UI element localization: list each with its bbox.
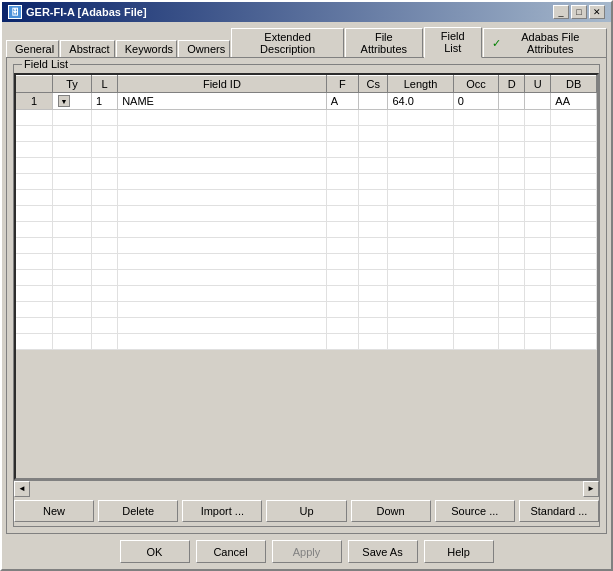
group-label: Field List [22, 58, 70, 70]
col-header-u: U [525, 76, 551, 93]
table-row-empty [16, 190, 597, 206]
col-header-fieldid: Field ID [118, 76, 327, 93]
table-row-empty [16, 142, 597, 158]
col-header-type: Ty [52, 76, 91, 93]
source-button[interactable]: Source ... [435, 500, 515, 522]
table-row-empty [16, 174, 597, 190]
cell-type[interactable]: ▼ [52, 93, 91, 110]
cell-u [525, 93, 551, 110]
cell-rownum: 1 [16, 93, 52, 110]
cancel-button[interactable]: Cancel [196, 540, 266, 563]
close-button[interactable]: ✕ [589, 5, 605, 19]
table-scroll-area[interactable]: Ty L Field ID F Cs Length Occ D U [16, 75, 597, 478]
scroll-track [30, 481, 583, 496]
new-button[interactable]: New [14, 500, 94, 522]
cell-d [499, 93, 525, 110]
cell-length: 64.0 [388, 93, 453, 110]
col-header-f: F [326, 76, 359, 93]
title-bar: 🗄 GER-FI-A [Adabas File] _ □ ✕ [2, 2, 611, 22]
col-header-db: DB [551, 76, 597, 93]
adabas-tab-label: Adabas File Attributes [503, 31, 598, 55]
tab-owners[interactable]: Owners [178, 40, 230, 58]
table-row-empty [16, 318, 597, 334]
cell-f: A [326, 93, 359, 110]
col-header-length: Length [388, 76, 453, 93]
col-header-level: L [92, 76, 118, 93]
up-button[interactable]: Up [266, 500, 346, 522]
table-row-empty [16, 254, 597, 270]
tab-keywords[interactable]: Keywords [116, 40, 178, 58]
type-dropdown[interactable]: ▼ [58, 95, 70, 107]
tab-abstract[interactable]: Abstract [60, 40, 114, 58]
tab-file-attributes[interactable]: File Attributes [345, 28, 423, 58]
title-bar-left: 🗄 GER-FI-A [Adabas File] [8, 5, 147, 19]
app-icon: 🗄 [8, 5, 22, 19]
tab-bar: General Abstract Keywords Owners Extende… [6, 26, 607, 57]
cell-fieldid: NAME [118, 93, 327, 110]
import-button[interactable]: Import ... [182, 500, 262, 522]
tab-extended-description[interactable]: Extended Description [231, 28, 343, 58]
help-button[interactable]: Help [424, 540, 494, 563]
main-window: 🗄 GER-FI-A [Adabas File] _ □ ✕ General A… [0, 0, 613, 571]
save-as-button[interactable]: Save As [348, 540, 418, 563]
table-row-empty [16, 158, 597, 174]
table-row-empty [16, 206, 597, 222]
scroll-right-button[interactable]: ► [583, 481, 599, 497]
tab-content: Field List Ty L Field ID [6, 57, 607, 534]
horizontal-scrollbar[interactable]: ◄ ► [14, 480, 599, 496]
table-row[interactable]: 1 ▼ 1 NAME [16, 93, 597, 110]
tab-adabas-file-attributes[interactable]: ✓ Adabas File Attributes [483, 28, 607, 58]
table-row-empty [16, 270, 597, 286]
ok-button[interactable]: OK [120, 540, 190, 563]
scroll-left-button[interactable]: ◄ [14, 481, 30, 497]
cell-occ: 0 [453, 93, 499, 110]
table-row-empty [16, 238, 597, 254]
title-controls: _ □ ✕ [553, 5, 605, 19]
table-row-empty [16, 302, 597, 318]
adabas-tab-check: ✓ [492, 37, 501, 50]
field-list-table-wrapper: Ty L Field ID F Cs Length Occ D U [14, 73, 599, 480]
cell-cs [359, 93, 388, 110]
col-header-cs: Cs [359, 76, 388, 93]
tab-field-list[interactable]: Field List [424, 27, 482, 58]
window-title: GER-FI-A [Adabas File] [26, 6, 147, 18]
action-buttons: New Delete Import ... Up Down Source ...… [14, 496, 599, 526]
col-header-d: D [499, 76, 525, 93]
table-row-empty [16, 334, 597, 350]
table-row-empty [16, 222, 597, 238]
table-row-empty [16, 126, 597, 142]
minimize-button[interactable]: _ [553, 5, 569, 19]
table-row-empty [16, 110, 597, 126]
tab-general[interactable]: General [6, 40, 59, 58]
table-row-empty [16, 286, 597, 302]
col-header-occ: Occ [453, 76, 499, 93]
cell-level: 1 [92, 93, 118, 110]
cell-db: AA [551, 93, 597, 110]
bottom-button-bar: OK Cancel Apply Save As Help [6, 534, 607, 569]
apply-button[interactable]: Apply [272, 540, 342, 563]
window-body: General Abstract Keywords Owners Extende… [2, 22, 611, 569]
field-list-group: Field List Ty L Field ID [13, 64, 600, 527]
field-list-table: Ty L Field ID F Cs Length Occ D U [16, 75, 597, 350]
standard-button[interactable]: Standard ... [519, 500, 599, 522]
col-header-rownum [16, 76, 52, 93]
down-button[interactable]: Down [351, 500, 431, 522]
maximize-button[interactable]: □ [571, 5, 587, 19]
delete-button[interactable]: Delete [98, 500, 178, 522]
